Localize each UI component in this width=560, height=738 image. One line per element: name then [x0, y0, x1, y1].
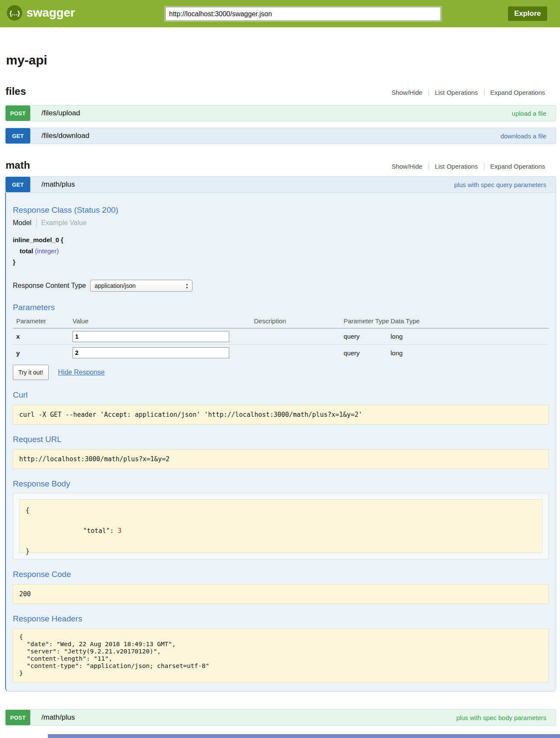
col-value: Value — [73, 317, 254, 325]
op-summary-link[interactable]: upload a file — [512, 110, 556, 117]
request-url-block: http://localhost:3000/math/plus?x=1&y=2 — [13, 449, 549, 469]
curl-command-block: curl -X GET --header 'Accept: applicatio… — [13, 405, 549, 425]
json-number: 3 — [118, 527, 122, 535]
bottom-bar — [48, 734, 560, 738]
expand-operations-link[interactable]: Expand Operations — [490, 89, 545, 96]
param-name: x — [16, 333, 73, 340]
table-row: x query long — [13, 328, 549, 345]
swagger-logo-icon: {…} — [7, 5, 22, 20]
model-close: } — [13, 257, 549, 268]
response-code-heading: Response Code — [13, 570, 549, 579]
op-summary-link[interactable]: plus with spec query parameters — [454, 181, 556, 188]
section-controls: Show/Hide List Operations Expand Operati… — [391, 163, 545, 170]
param-y-input[interactable] — [73, 347, 229, 358]
model-property: total (integer) — [13, 246, 549, 257]
request-url-heading: Request URL — [13, 435, 549, 444]
response-class-heading: Response Class (Status 200) — [13, 205, 549, 215]
brand-name: swagger — [26, 6, 75, 20]
json-line: } — [26, 546, 536, 556]
spec-url-input[interactable] — [165, 7, 441, 21]
param-data-type: long — [391, 333, 549, 340]
logo-glyph: {…} — [9, 9, 20, 17]
op-row-get-files-download[interactable]: GET /files/download downloads a file — [5, 128, 556, 144]
hide-response-link[interactable]: Hide Response — [58, 369, 105, 376]
method-badge-post: POST — [6, 105, 30, 121]
separator — [36, 218, 37, 228]
parameters-heading: Parameters — [13, 303, 549, 312]
op-row-post-math-plus[interactable]: POST /math/plus plus with spec body para… — [5, 709, 556, 726]
model-tabs: Model Example Value — [13, 218, 549, 228]
param-data-type: long — [391, 349, 549, 357]
list-operations-link[interactable]: List Operations — [435, 89, 478, 96]
parameters-table-header: Parameter Value Description Parameter Ty… — [13, 315, 549, 328]
content-wrap: my-api files Show/Hide List Operations E… — [5, 53, 556, 738]
col-parameter: Parameter — [16, 317, 73, 325]
section-title-math: math — [6, 159, 30, 171]
response-headers-heading: Response Headers — [13, 614, 549, 624]
list-operations-link[interactable]: List Operations — [435, 163, 478, 170]
show-hide-link[interactable]: Show/Hide — [391, 163, 423, 170]
response-content-type-label: Response Content Type — [13, 282, 86, 290]
page-title: my-api — [6, 53, 556, 70]
op-summary-link[interactable]: plus with spec body parameters — [456, 714, 556, 721]
curl-heading: Curl — [13, 390, 549, 400]
param-name: y — [16, 349, 73, 357]
section-math-header: math Show/Hide List Operations Expand Op… — [5, 159, 556, 172]
op-path-link[interactable]: /files/download — [41, 132, 89, 140]
section-controls: Show/Hide List Operations Expand Operati… — [391, 89, 545, 96]
response-body-heading: Response Body — [13, 479, 549, 489]
table-row: y query long — [13, 345, 549, 361]
json-line: { — [26, 505, 536, 515]
json-line: "total": 3 — [26, 515, 536, 546]
op-summary-link[interactable]: downloads a file — [500, 132, 556, 140]
method-badge-get: GET — [6, 177, 30, 192]
model-signature: inline_model_0 { total (integer) } — [13, 234, 549, 268]
response-content-type-select[interactable]: application/json ▲▼ — [90, 280, 192, 292]
spacer — [80, 105, 512, 121]
response-code-block: 200 — [13, 584, 549, 604]
swagger-brand[interactable]: {…} swagger — [7, 5, 75, 20]
response-headers-json: { "date": "Wed, 22 Aug 2018 18:49:13 GMT… — [19, 633, 542, 678]
method-badge-get: GET — [6, 128, 30, 144]
separator — [429, 163, 429, 170]
json-key: "total": — [83, 527, 114, 535]
model-prop-type: (integer) — [35, 247, 59, 255]
section-files-header: files Show/Hide List Operations Expand O… — [5, 85, 556, 98]
section-title-files: files — [6, 85, 26, 97]
param-x-input[interactable] — [73, 331, 229, 342]
app-header: {…} swagger Explore — [0, 0, 560, 27]
separator — [484, 89, 484, 96]
tab-example-value[interactable]: Example Value — [41, 219, 87, 227]
response-headers-block: { "date": "Wed, 22 Aug 2018 18:49:13 GMT… — [13, 629, 549, 682]
response-body-block: { "total": 3 } — [19, 499, 542, 553]
show-hide-link[interactable]: Show/Hide — [391, 89, 423, 96]
parameters-table: Parameter Value Description Parameter Ty… — [13, 315, 549, 361]
model-prop-name: total — [20, 247, 33, 255]
response-content-type-row: Response Content Type application/json ▲… — [13, 280, 549, 292]
operation-detail-panel: Response Class (Status 200) Model Exampl… — [5, 193, 556, 691]
op-path-link[interactable]: /files/upload — [41, 109, 80, 117]
tab-model[interactable]: Model — [13, 219, 32, 227]
col-parameter-type: Parameter Type — [344, 317, 391, 325]
expand-operations-link[interactable]: Expand Operations — [490, 163, 545, 170]
col-description: Description — [254, 317, 344, 325]
section-files: files Show/Hide List Operations Expand O… — [5, 85, 556, 144]
spacer — [75, 710, 456, 725]
op-row-get-math-plus[interactable]: GET /math/plus plus with spec query para… — [5, 176, 556, 193]
op-path-link[interactable]: /math/plus — [41, 180, 75, 189]
select-value: application/json — [94, 282, 185, 289]
explore-button[interactable]: Explore — [508, 6, 547, 21]
spacer — [75, 177, 454, 192]
spacer — [89, 128, 500, 144]
method-badge-post: POST — [6, 710, 30, 725]
param-type: query — [344, 349, 391, 357]
separator — [429, 89, 429, 96]
op-row-post-files-upload[interactable]: POST /files/upload upload a file — [5, 105, 556, 121]
separator — [484, 163, 484, 170]
try-it-out-button[interactable]: Try it out! — [13, 365, 49, 380]
select-arrows-icon: ▲▼ — [185, 283, 188, 289]
response-body-container: { "total": 3 } — [13, 493, 549, 559]
section-math: math Show/Hide List Operations Expand Op… — [5, 159, 556, 726]
op-path-link[interactable]: /math/plus — [41, 713, 75, 722]
param-type: query — [344, 333, 391, 340]
